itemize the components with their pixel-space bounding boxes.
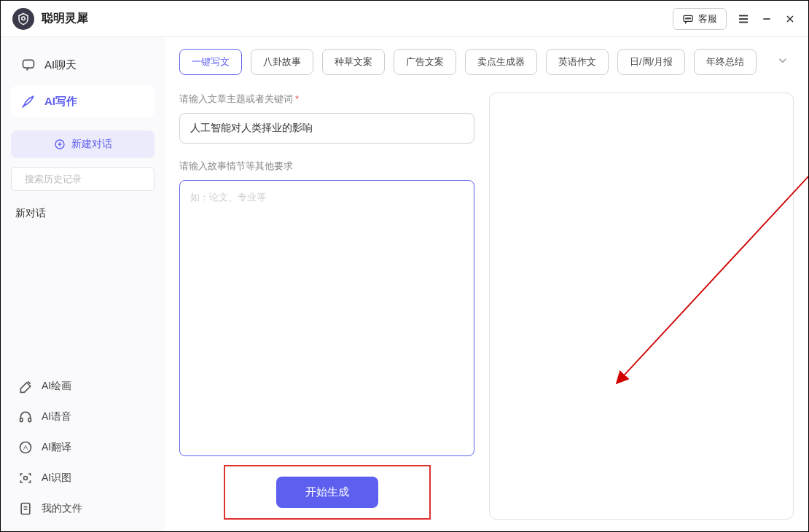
form-area: 请输入文章主题或者关键词* 请输入故事情节等其他要求 开始生成	[179, 93, 794, 520]
expand-templates-button[interactable]	[772, 50, 794, 74]
svg-rect-18	[20, 418, 23, 422]
tool-label: AI绘画	[42, 380, 71, 393]
scan-icon	[18, 471, 33, 485]
output-panel	[489, 93, 794, 520]
content-area: 一键写文 八卦故事 种草文案 广告文案 卖点生成器 英语作文 日/周/月报 年终…	[165, 37, 808, 531]
sidebar: AI聊天 AI写作 新建对话 新对话 AI绘画 AI语音 A AI翻译	[1, 37, 165, 531]
app-logo-icon	[12, 8, 34, 30]
sidebar-tool-drawing[interactable]: AI绘画	[11, 371, 155, 402]
tool-label: AI识图	[42, 472, 71, 485]
app-header: 聪明灵犀 客服	[1, 1, 808, 37]
brush-icon	[18, 379, 33, 394]
template-chip-english[interactable]: 英语作文	[546, 49, 609, 75]
template-chip-gossip[interactable]: 八卦故事	[251, 49, 313, 75]
tool-label: 我的文件	[42, 502, 82, 515]
new-chat-label: 新建对话	[71, 138, 112, 151]
headphones-icon	[18, 410, 33, 424]
svg-rect-19	[28, 418, 31, 422]
chevron-down-icon	[776, 54, 789, 67]
menu-button[interactable]	[737, 12, 750, 26]
menu-icon	[737, 12, 750, 26]
svg-line-12	[23, 106, 24, 108]
quill-icon	[21, 94, 36, 109]
minimize-icon	[761, 13, 773, 25]
template-chip-summary[interactable]: 年终总结	[694, 49, 757, 75]
topic-label: 请输入文章主题或者关键词*	[179, 93, 474, 106]
app-title: 聪明灵犀	[42, 11, 88, 26]
sidebar-mode-writing[interactable]: AI写作	[11, 85, 155, 117]
customer-service-button[interactable]: 客服	[673, 8, 727, 30]
form-left-column: 请输入文章主题或者关键词* 请输入故事情节等其他要求 开始生成	[179, 93, 474, 520]
svg-point-3	[687, 17, 688, 18]
search-input[interactable]	[25, 173, 147, 184]
template-row: 一键写文 八卦故事 种草文案 广告文案 卖点生成器 英语作文 日/周/月报 年终…	[179, 49, 794, 75]
tool-label: AI语音	[42, 410, 71, 423]
new-chat-button[interactable]: 新建对话	[11, 130, 155, 158]
header-right: 客服	[673, 8, 797, 30]
chat-bubble-icon	[682, 13, 694, 25]
search-box[interactable]	[11, 167, 155, 191]
svg-text:A: A	[23, 444, 28, 451]
sidebar-mode-label: AI聊天	[44, 58, 77, 72]
main-layout: AI聊天 AI写作 新建对话 新对话 AI绘画 AI语音 A AI翻译	[1, 37, 808, 531]
file-icon	[18, 501, 33, 516]
svg-point-2	[686, 17, 687, 18]
svg-point-4	[689, 17, 690, 18]
customer-service-label: 客服	[698, 12, 717, 26]
header-left: 聪明灵犀	[12, 8, 88, 30]
extra-textarea[interactable]	[179, 180, 474, 456]
template-chip-selling[interactable]: 卖点生成器	[465, 49, 537, 75]
topic-input[interactable]	[179, 113, 474, 144]
template-chip-onekey[interactable]: 一键写文	[179, 49, 242, 75]
history-item[interactable]: 新对话	[11, 201, 155, 226]
template-chip-report[interactable]: 日/周/月报	[617, 49, 685, 75]
chat-icon	[21, 58, 36, 72]
minimize-button[interactable]	[760, 12, 773, 26]
plus-circle-icon	[54, 138, 66, 150]
sidebar-tool-voice[interactable]: AI语音	[11, 402, 155, 432]
sidebar-mode-label: AI写作	[44, 95, 77, 109]
svg-point-22	[24, 477, 28, 480]
close-icon	[784, 13, 796, 25]
template-chip-grass[interactable]: 种草文案	[322, 49, 385, 75]
generate-button[interactable]: 开始生成	[276, 477, 378, 508]
sidebar-tool-my-files[interactable]: 我的文件	[11, 493, 155, 524]
extra-label: 请输入故事情节等其他要求	[179, 160, 474, 173]
translate-icon: A	[18, 440, 33, 455]
tool-label: AI翻译	[42, 441, 71, 454]
template-chip-ad[interactable]: 广告文案	[394, 49, 456, 75]
svg-point-0	[22, 17, 26, 20]
sidebar-tool-image-recognition[interactable]: AI识图	[11, 463, 155, 493]
svg-rect-11	[23, 60, 34, 68]
sidebar-mode-chat[interactable]: AI聊天	[11, 49, 155, 81]
generate-highlight-box: 开始生成	[224, 465, 431, 520]
sidebar-tool-translate[interactable]: A AI翻译	[11, 432, 155, 463]
close-button[interactable]	[783, 12, 797, 26]
